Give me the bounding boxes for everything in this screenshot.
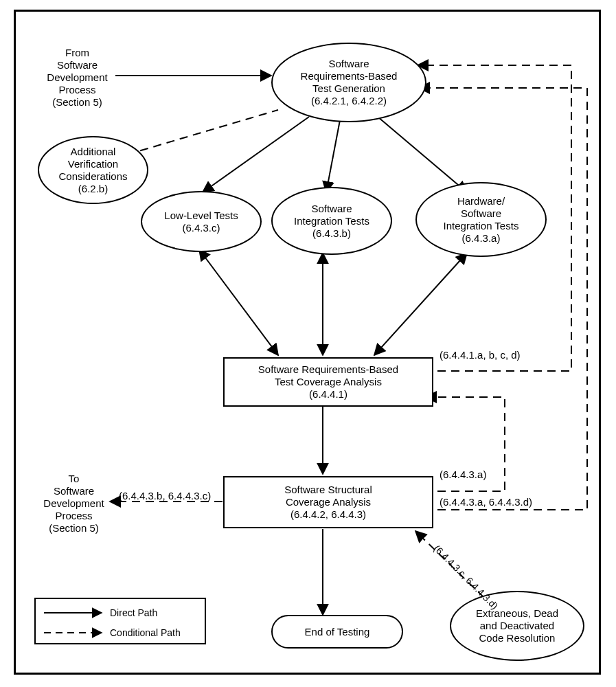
node-req-test-generation: SoftwareRequirements-BasedTest Generatio… xyxy=(271,43,426,122)
svg-line-7 xyxy=(374,253,467,355)
legend-conditional-arrow-icon xyxy=(43,626,104,640)
svg-line-1 xyxy=(127,110,278,155)
svg-line-4 xyxy=(378,117,467,192)
legend-conditional-label: Conditional Path xyxy=(110,627,181,638)
node-extraneous-code: Extraneous, Deadand DeactivatedCode Reso… xyxy=(450,591,584,661)
legend-box: Direct Path Conditional Path xyxy=(34,598,206,644)
legend-direct-arrow-icon xyxy=(43,606,104,620)
legend-row-direct: Direct Path xyxy=(43,602,157,623)
node-low-level-tests: Low-Level Tests(6.4.3.c) xyxy=(141,191,262,252)
node-end-of-testing: End of Testing xyxy=(271,615,403,649)
edge-label-struct-to-reqcov: (6.4.4.3.a) xyxy=(440,469,486,481)
edge-label-struct-to-gen: (6.4.4.3.a, 6.4.4.3.d) xyxy=(440,496,532,508)
legend-direct-label: Direct Path xyxy=(110,607,157,618)
node-structural-coverage-analysis: Software StructuralCoverage Analysis(6.4… xyxy=(223,476,433,528)
svg-line-5 xyxy=(199,249,278,355)
legend-row-conditional: Conditional Path xyxy=(43,622,181,643)
svg-line-2 xyxy=(203,117,309,192)
node-additional-verification: AdditionalVerificationConsiderations(6.2… xyxy=(38,136,148,204)
node-req-coverage-analysis: Software Requirements-BasedTest Coverage… xyxy=(223,357,433,407)
node-hw-sw-integration-tests: Hardware/SoftwareIntegration Tests(6.4.3… xyxy=(415,182,547,257)
node-software-integration-tests: SoftwareIntegration Tests(6.4.3.b) xyxy=(271,187,392,255)
diagram-canvas: FromSoftwareDevelopmentProcess(Section 5… xyxy=(0,0,616,687)
edge-label-struct-to-dev: (6.4.4.3.b, 6.4.4.3.c) xyxy=(119,490,211,502)
edge-label-reqcov-to-gen: (6.4.4.1.a, b, c, d) xyxy=(440,349,521,361)
svg-line-3 xyxy=(326,120,340,192)
to-dev-process-label: ToSoftwareDevelopmentProcess(Section 5) xyxy=(34,473,113,534)
from-dev-process-label: FromSoftwareDevelopmentProcess(Section 5… xyxy=(38,47,117,109)
